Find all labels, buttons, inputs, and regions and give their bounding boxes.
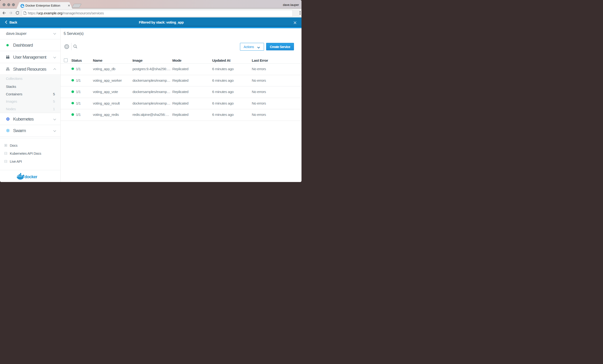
svg-text:docker: docker — [24, 175, 37, 179]
